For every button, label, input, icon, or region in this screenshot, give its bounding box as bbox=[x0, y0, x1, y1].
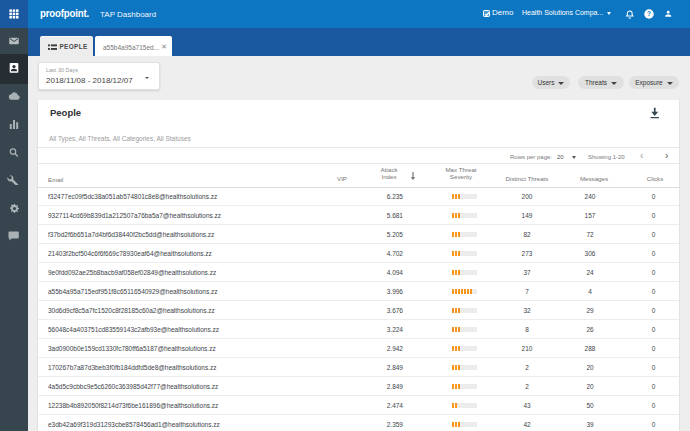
svg-text:?: ? bbox=[647, 10, 651, 17]
